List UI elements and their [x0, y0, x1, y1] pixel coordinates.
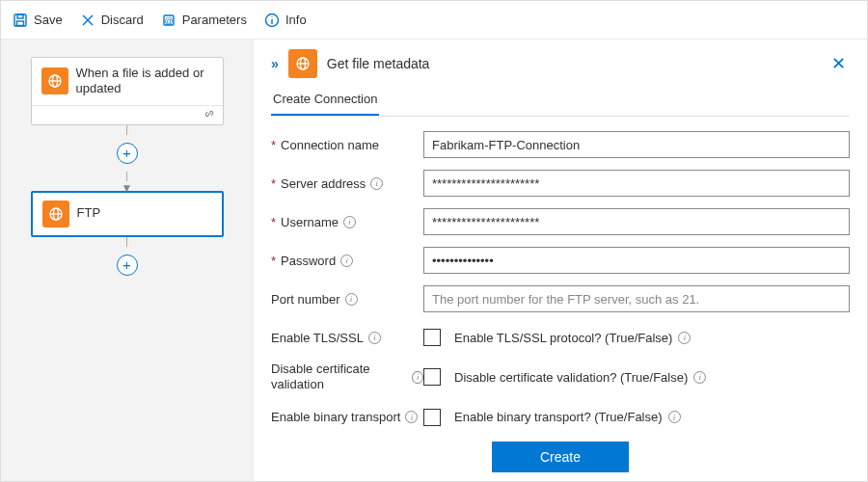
info-icon[interactable]: i: [678, 332, 691, 344]
info-icon: [264, 13, 280, 28]
panel-icon: [288, 49, 317, 78]
parameters-button[interactable]: @ Parameters: [161, 13, 247, 28]
cert-check-label: Disable certificate validation? (True/Fa…: [454, 370, 688, 385]
details-panel: » Get file metadata ✕ Create Connection …: [254, 40, 867, 482]
tls-checkbox[interactable]: [423, 329, 441, 346]
info-icon[interactable]: i: [405, 411, 418, 423]
parameters-label: Parameters: [182, 13, 247, 27]
bin-checkbox[interactable]: [423, 409, 441, 426]
discard-icon: [80, 13, 95, 28]
info-icon[interactable]: i: [370, 177, 383, 190]
info-icon[interactable]: i: [693, 371, 706, 384]
svg-rect-2: [17, 21, 24, 26]
save-icon: [13, 13, 28, 28]
svg-rect-0: [14, 14, 26, 26]
password-label: Password: [281, 254, 336, 268]
save-label: Save: [34, 13, 63, 27]
port-input[interactable]: [423, 285, 850, 312]
info-icon[interactable]: i: [368, 332, 381, 344]
toolbar: Save Discard @ Parameters Info: [1, 1, 867, 40]
info-button[interactable]: Info: [264, 13, 307, 28]
svg-text:@: @: [164, 15, 173, 25]
add-step-button[interactable]: +: [117, 143, 138, 164]
ftp-action-icon: [42, 201, 69, 228]
trigger-node[interactable]: When a file is added or updated: [31, 57, 224, 125]
cert-label: Disable certificate validation: [271, 362, 407, 393]
connection-icon: [203, 108, 215, 122]
info-icon[interactable]: i: [412, 371, 423, 384]
trigger-title: When a file is added or updated: [76, 66, 213, 97]
panel-title: Get file metadata: [327, 56, 818, 71]
svg-point-9: [271, 15, 272, 16]
collapse-button[interactable]: »: [271, 56, 279, 71]
username-input[interactable]: [423, 208, 850, 235]
tab-create-connection[interactable]: Create Connection: [271, 86, 379, 116]
create-button[interactable]: Create: [492, 442, 629, 472]
discard-button[interactable]: Discard: [80, 13, 144, 28]
info-icon[interactable]: i: [668, 411, 681, 423]
server-input[interactable]: [423, 170, 850, 197]
conn-name-input[interactable]: [423, 131, 850, 158]
bin-check-label: Enable binary transport? (True/False): [454, 410, 663, 424]
ftp-action-node[interactable]: FTP: [31, 191, 224, 237]
info-icon[interactable]: i: [343, 216, 356, 228]
discard-label: Discard: [101, 13, 144, 27]
workflow-canvas[interactable]: When a file is added or updated + ▼ FTP …: [1, 40, 254, 482]
svg-rect-1: [17, 14, 23, 18]
port-label: Port number: [271, 292, 340, 307]
server-label: Server address: [281, 176, 366, 191]
info-icon[interactable]: i: [340, 254, 353, 267]
info-icon[interactable]: i: [345, 293, 358, 306]
close-button[interactable]: ✕: [827, 49, 850, 78]
conn-name-label: Connection name: [281, 138, 379, 152]
add-step-after-button[interactable]: +: [117, 254, 138, 276]
parameters-icon: @: [161, 13, 176, 28]
bin-label: Enable binary transport: [271, 410, 400, 424]
username-label: Username: [281, 215, 339, 229]
cert-checkbox[interactable]: [423, 368, 441, 386]
save-button[interactable]: Save: [13, 13, 63, 28]
tls-label: Enable TLS/SSL: [271, 331, 364, 345]
ftp-title: FTP: [77, 205, 101, 221]
info-label: Info: [285, 13, 307, 27]
ftp-trigger-icon: [41, 67, 68, 94]
password-input[interactable]: [423, 247, 850, 274]
tls-check-label: Enable TLS/SSL protocol? (True/False): [454, 331, 672, 345]
